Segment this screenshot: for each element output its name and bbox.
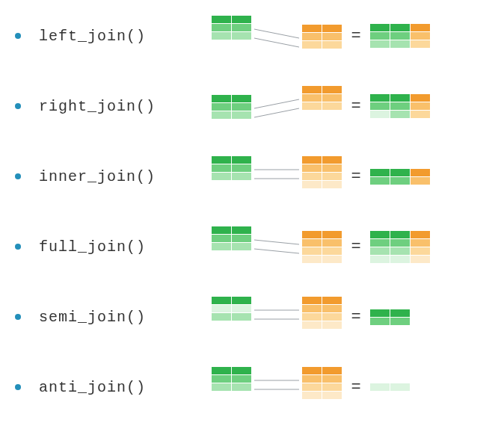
table-cell	[390, 169, 410, 176]
table-cell	[232, 243, 251, 250]
table-cell	[411, 239, 430, 247]
equals-sign: =	[342, 167, 369, 186]
table-cell	[302, 41, 322, 49]
data-table	[301, 24, 342, 49]
table-cell	[322, 164, 342, 172]
table-cell	[390, 231, 410, 238]
data-table	[369, 168, 431, 185]
table-cell	[322, 94, 342, 102]
table-cell	[232, 24, 251, 31]
table-cell	[390, 383, 410, 391]
table-cell	[212, 375, 231, 383]
table-cell	[411, 231, 430, 238]
table-cell	[302, 367, 322, 374]
svg-line-0	[254, 29, 299, 38]
table-cell	[232, 235, 251, 242]
table-cell	[322, 231, 342, 238]
table-cell	[390, 318, 410, 325]
table-cell	[232, 226, 251, 234]
data-table	[301, 155, 342, 189]
table-cell	[302, 375, 322, 383]
data-table	[301, 85, 342, 111]
table-cell	[322, 181, 342, 188]
table-cell	[411, 24, 430, 31]
table-cell	[411, 256, 430, 263]
table-cell	[212, 313, 231, 321]
table-cell	[232, 367, 251, 374]
table-cell	[370, 318, 390, 325]
table-cell	[212, 95, 231, 102]
table-cell	[370, 111, 390, 118]
table-cell	[411, 247, 430, 255]
table-cell	[212, 243, 231, 250]
table-cell	[212, 16, 231, 23]
table-cell	[212, 156, 231, 164]
join-row-anti_join: anti_join()=	[15, 366, 489, 408]
table-cell	[322, 321, 342, 329]
table-cell	[370, 177, 390, 185]
join-diagram: =	[211, 366, 411, 408]
result-table	[369, 23, 431, 49]
table-cell	[302, 383, 322, 391]
table-cell	[232, 297, 251, 304]
data-table	[211, 296, 252, 321]
table-cell	[322, 375, 342, 383]
table-cell	[370, 40, 390, 48]
table-cell	[302, 305, 322, 312]
join-diagram-list: left_join()=right_join()=inner_join()=fu…	[15, 15, 489, 408]
svg-line-6	[254, 240, 299, 244]
table-cell	[232, 95, 251, 102]
table-cell	[390, 177, 410, 185]
table-cell	[212, 367, 231, 374]
table-cell	[390, 102, 410, 110]
table-cell	[370, 94, 390, 102]
table-cell	[232, 103, 251, 111]
table-cell	[232, 305, 251, 312]
join-function-label: full_join()	[39, 238, 211, 256]
data-table	[301, 230, 342, 264]
data-table	[369, 309, 411, 326]
table-cell	[390, 94, 410, 102]
table-cell	[232, 32, 251, 40]
source-tables	[211, 226, 342, 268]
join-row-left_join: left_join()=	[15, 15, 489, 57]
bullet-icon	[15, 103, 21, 109]
data-table	[369, 383, 411, 392]
table-cell	[302, 102, 322, 110]
table-cell	[212, 235, 231, 242]
join-diagram: =	[211, 155, 431, 197]
table-cell	[232, 383, 251, 391]
table-cell	[212, 173, 231, 180]
table-cell	[370, 169, 390, 176]
table-cell	[370, 383, 390, 391]
table-cell	[232, 173, 251, 180]
table-cell	[322, 247, 342, 255]
table-cell	[302, 239, 322, 247]
result-table	[369, 230, 431, 264]
table-cell	[302, 321, 322, 329]
table-cell	[322, 173, 342, 180]
table-cell	[302, 94, 322, 102]
data-table	[369, 93, 431, 119]
table-cell	[232, 111, 251, 119]
join-row-right_join: right_join()=	[15, 85, 489, 127]
table-cell	[370, 32, 390, 40]
result-table	[369, 383, 411, 392]
table-cell	[302, 173, 322, 180]
data-table	[211, 366, 252, 392]
source-tables	[211, 15, 342, 57]
join-row-inner_join: inner_join()=	[15, 155, 489, 197]
source-tables	[211, 85, 342, 127]
data-table	[211, 94, 252, 120]
table-cell	[390, 256, 410, 263]
table-cell	[212, 305, 231, 312]
table-cell	[212, 226, 231, 234]
join-diagram: =	[211, 85, 431, 127]
table-cell	[302, 86, 322, 93]
table-cell	[411, 177, 430, 185]
table-cell	[390, 40, 410, 48]
table-cell	[212, 164, 231, 172]
bullet-icon	[15, 314, 21, 320]
table-cell	[322, 392, 342, 399]
bullet-icon	[15, 173, 21, 179]
